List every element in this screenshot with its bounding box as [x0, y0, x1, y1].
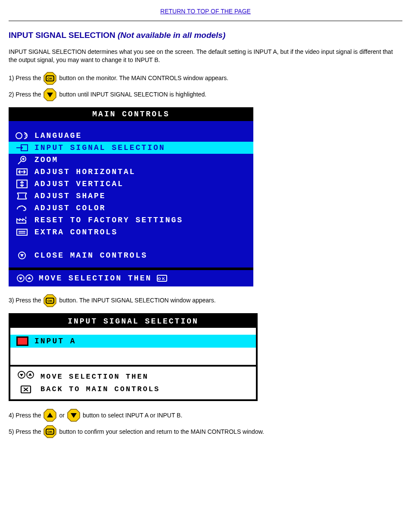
color-icon	[12, 203, 29, 213]
section-intro: INPUT SIGNAL SELECTION determines what y…	[9, 48, 402, 64]
osd-item-extra-controls[interactable]: EXTRA CONTROLS	[9, 226, 253, 238]
up-button-icon	[44, 409, 56, 422]
osd-item-adjust-shape[interactable]: ADJUST SHAPE	[9, 190, 253, 202]
factory-icon	[12, 215, 29, 225]
down-button-icon	[44, 88, 56, 101]
osd-footer-label: MOVE SELECTION THEN	[39, 274, 152, 283]
section-title: INPUT SIGNAL SELECTION (Not available in…	[9, 31, 402, 40]
step-5-text-a: 5) Press the	[9, 428, 41, 436]
osd-close-label: CLOSE MAIN CONTROLS	[34, 251, 147, 260]
osd-item-label: EXTRA CONTROLS	[34, 228, 118, 236]
shape-icon	[12, 191, 29, 201]
step-1: 1) Press the button on the monitor. The …	[9, 72, 402, 85]
step-1-text-a: 1) Press the	[9, 74, 41, 82]
step-4: 4) Press the or button to select INPUT A…	[9, 409, 402, 422]
ok-button-icon	[44, 425, 56, 438]
osd-item-input-signal[interactable]: INPUT SIGNAL SELECTION	[9, 142, 253, 154]
step-2-text-b: button until INPUT SIGNAL SELECTION is h…	[59, 90, 206, 99]
xbox-icon	[16, 385, 35, 394]
osd-item-label: RESET TO FACTORY SETTINGS	[34, 216, 183, 224]
ok-button-icon	[44, 72, 56, 85]
osd-item-reset-factory[interactable]: RESET TO FACTORY SETTINGS	[9, 214, 253, 226]
osd-main-footer: MOVE SELECTION THEN	[9, 268, 253, 286]
osd-item-label: ADJUST COLOR	[34, 204, 106, 212]
extra-icon	[12, 227, 29, 237]
ok-button-icon	[44, 294, 56, 307]
step-2: 2) Press the button until INPUT SIGNAL S…	[9, 88, 402, 101]
return-to-top-link[interactable]: RETURN TO TOP OF THE PAGE	[9, 8, 402, 15]
input-icon	[12, 143, 29, 152]
osd-input-footer-line2: BACK TO MAIN CONTROLS	[40, 383, 160, 395]
step-2-text-a: 2) Press the	[9, 90, 41, 99]
osd-item-adjust-vertical[interactable]: ADJUST VERTICAL	[9, 178, 253, 190]
osd-input-option-label: INPUT A	[34, 337, 76, 345]
vert-icon	[12, 179, 29, 189]
osd-close-main-controls[interactable]: CLOSE MAIN CONTROLS	[9, 249, 253, 261]
osd-input-signal: INPUT SIGNAL SELECTION INPUT A MOVE SELE…	[9, 313, 258, 401]
close-icon	[12, 251, 29, 260]
okbox-icon	[156, 274, 168, 283]
horiz-icon	[12, 167, 29, 177]
osd-input-option-a[interactable]: INPUT A	[10, 335, 256, 348]
step-5: 5) Press the button to confirm your sele…	[9, 425, 402, 438]
osd-item-language[interactable]: LANGUAGE	[9, 130, 253, 142]
step-4-text-b: button to select INPUT A or INPUT B.	[83, 411, 182, 420]
step-4-text-mid: or	[59, 411, 64, 420]
osd-item-label: INPUT SIGNAL SELECTION	[34, 143, 165, 152]
updown-icon	[16, 370, 35, 383]
osd-item-label: ZOOM	[34, 156, 58, 164]
osd-item-adjust-horizontal[interactable]: ADJUST HORIZONTAL	[9, 166, 253, 178]
osd-main-controls: MAIN CONTROLS LANGUAGE INPUT SIGNAL SELE…	[9, 107, 253, 286]
step-3-text-a: 3) Press the	[9, 296, 41, 305]
step-1-text-b: button on the monitor. The MAIN CONTROLS…	[59, 74, 228, 82]
section-title-note: (Not available in all models)	[118, 31, 225, 40]
osd-item-zoom[interactable]: ZOOM	[9, 154, 253, 166]
osd-input-title: INPUT SIGNAL SELECTION	[10, 315, 256, 328]
step-4-text-a: 4) Press the	[9, 411, 41, 420]
osd-input-footer: MOVE SELECTION THEN BACK TO MAIN CONTROL…	[10, 365, 256, 399]
step-3: 3) Press the button. The INPUT SIGNAL SE…	[9, 294, 402, 307]
osd-main-body: LANGUAGE INPUT SIGNAL SELECTION ZOOM ADJ…	[9, 121, 253, 268]
step-5-text-b: button to confirm your selection and ret…	[59, 428, 264, 436]
down-button-icon	[67, 409, 80, 422]
osd-item-adjust-color[interactable]: ADJUST COLOR	[9, 202, 253, 214]
osd-item-label: ADJUST VERTICAL	[34, 180, 124, 188]
osd-item-label: ADJUST SHAPE	[34, 192, 106, 200]
input-indicator-icon	[16, 336, 28, 346]
osd-main-title: MAIN CONTROLS	[9, 107, 253, 121]
osd-item-label: ADJUST HORIZONTAL	[34, 168, 136, 176]
step-3-text-b: button. The INPUT SIGNAL SELECTION windo…	[59, 296, 215, 305]
return-to-top-anchor[interactable]: RETURN TO TOP OF THE PAGE	[160, 8, 251, 15]
osd-input-footer-line1: MOVE SELECTION THEN	[40, 371, 149, 383]
zoom-icon	[12, 155, 29, 165]
section-title-text: INPUT SIGNAL SELECTION	[9, 31, 118, 40]
updown-icon	[13, 274, 34, 283]
divider	[9, 21, 402, 21]
osd-item-label: LANGUAGE	[34, 131, 82, 140]
language-icon	[12, 131, 29, 140]
